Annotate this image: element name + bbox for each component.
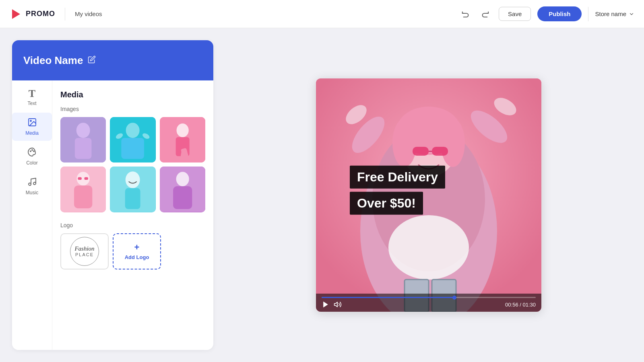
main-layout: Video Name T Text (0, 28, 644, 362)
logo-grid: Fashion Place + Add Logo (60, 233, 205, 269)
redo-button[interactable] (478, 7, 492, 21)
panel-content: T Text Media (12, 80, 213, 350)
logo-subsection-title: Logo (60, 222, 205, 228)
svg-point-42 (441, 119, 465, 167)
volume-icon (334, 300, 342, 309)
color-icon (27, 147, 37, 158)
sidebar-item-text-label: Text (27, 101, 36, 106)
sidebar-item-color[interactable]: Color (12, 142, 52, 171)
app-header: PROMO My videos Save Publish Store name (0, 0, 644, 28)
image-thumb-4[interactable] (60, 167, 106, 212)
my-videos-link[interactable]: My videos (75, 10, 102, 17)
right-panel: Free Delivery Over $50! (225, 40, 632, 350)
svg-rect-31 (173, 186, 192, 209)
controls-row: 00:56 / 01:30 (322, 300, 536, 309)
svg-point-4 (32, 150, 33, 150)
svg-point-12 (126, 123, 140, 138)
left-panel: Video Name T Text (12, 40, 213, 350)
undo-button[interactable] (458, 7, 473, 21)
video-controls: 00:56 / 01:30 (316, 294, 541, 312)
fashion-logo-line2: Place (74, 252, 94, 257)
svg-point-41 (392, 119, 417, 167)
fashion-logo-circle: Fashion Place (70, 237, 99, 266)
content-section-title: Media (60, 90, 205, 99)
logo: PROMO (10, 8, 55, 21)
text-icon: T (29, 88, 35, 99)
play-icon (322, 300, 330, 309)
svg-point-30 (176, 172, 189, 187)
fashion-logo-line1: Fashion (74, 245, 94, 252)
video-overlay-text: Free Delivery Over $50! (350, 166, 508, 215)
controls-left (322, 300, 342, 309)
svg-rect-10 (75, 138, 92, 159)
add-logo-button[interactable]: + Add Logo (113, 233, 161, 269)
time-display: 00:56 / 01:30 (505, 302, 536, 308)
image-thumb-5[interactable] (110, 167, 155, 212)
store-name-label: Store name (595, 10, 626, 17)
content-area: Media Images (52, 80, 213, 350)
svg-point-46 (388, 215, 469, 280)
image-grid (60, 117, 205, 212)
image-thumb-3[interactable] (160, 117, 205, 162)
sidebar-item-music[interactable]: Music (12, 172, 52, 200)
svg-point-5 (33, 151, 34, 152)
svg-point-2 (30, 120, 31, 121)
svg-rect-43 (413, 147, 429, 156)
svg-rect-24 (78, 177, 81, 180)
video-preview: Free Delivery Over $50! (316, 78, 541, 312)
header-divider (65, 8, 65, 21)
svg-rect-25 (84, 177, 88, 180)
svg-rect-28 (125, 188, 140, 209)
svg-point-17 (176, 123, 188, 137)
sidebar-item-media[interactable]: Media (12, 113, 52, 141)
video-name-header: Video Name (12, 40, 213, 80)
fashion-logo-thumb[interactable]: Fashion Place (60, 233, 109, 269)
progress-fill (322, 297, 454, 298)
overlay-line1: Free Delivery (350, 166, 445, 189)
svg-point-9 (76, 123, 90, 138)
svg-rect-13 (122, 138, 144, 159)
chevron-down-icon (629, 11, 634, 17)
sidebar: T Text Media (12, 80, 52, 350)
image-thumb-6[interactable] (160, 167, 205, 212)
header-right-divider (588, 7, 588, 21)
svg-point-6 (29, 183, 31, 185)
sidebar-item-music-label: Music (26, 190, 38, 195)
svg-point-27 (126, 172, 140, 189)
add-logo-label: Add Logo (125, 254, 149, 260)
publish-button[interactable]: Publish (537, 6, 582, 21)
svg-rect-23 (74, 186, 92, 209)
add-logo-plus-icon: + (134, 242, 140, 253)
logo-section: Logo Fashion Place (60, 222, 205, 269)
play-button[interactable] (322, 300, 330, 309)
fashion-logo-text: Fashion Place (74, 245, 94, 257)
sidebar-item-media-label: Media (25, 130, 39, 136)
undo-redo-group (458, 7, 492, 21)
sidebar-item-text[interactable]: T Text (12, 84, 52, 111)
header-actions: Save Publish Store name (458, 6, 634, 21)
svg-point-3 (30, 151, 31, 152)
svg-marker-51 (323, 302, 328, 308)
images-subsection-title: Images (60, 106, 205, 112)
progress-bar[interactable] (322, 297, 536, 298)
store-name-dropdown[interactable]: Store name (595, 10, 634, 17)
overlay-line2: Over $50! (350, 192, 423, 215)
logo-text: PROMO (26, 10, 55, 18)
progress-dot (452, 296, 456, 300)
media-icon (27, 117, 37, 129)
svg-marker-0 (12, 9, 20, 19)
video-name-text: Video Name (23, 54, 83, 67)
save-button[interactable]: Save (499, 7, 531, 21)
volume-button[interactable] (334, 300, 342, 309)
edit-pencil-icon[interactable] (88, 56, 96, 66)
logo-icon (10, 8, 23, 21)
svg-rect-44 (432, 147, 448, 156)
music-icon (27, 177, 37, 188)
image-thumb-2[interactable] (110, 117, 155, 162)
image-thumb-1[interactable] (60, 117, 106, 162)
sidebar-item-color-label: Color (26, 160, 38, 166)
svg-marker-52 (334, 302, 338, 307)
